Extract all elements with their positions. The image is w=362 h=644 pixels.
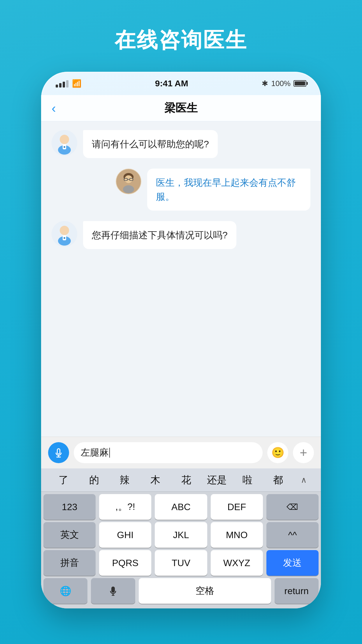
svg-point-11: [123, 185, 134, 193]
status-bar: 📶 9:41 AM ✱ 100%: [41, 72, 321, 95]
doctor-avatar: [52, 130, 77, 156]
message-bubble: 您再仔细描述下具体情况可以吗?: [83, 221, 236, 249]
voice-button[interactable]: [48, 442, 69, 463]
candidate-item[interactable]: 花: [171, 468, 201, 491]
key-def[interactable]: DEF: [211, 494, 263, 520]
candidate-expand[interactable]: ∧: [294, 475, 314, 485]
wifi-icon: 📶: [72, 79, 81, 88]
message-bubble: 医生，我现在早上起来会有点不舒服。: [147, 169, 310, 211]
emoji-button[interactable]: 🙂: [267, 442, 288, 463]
message-bubble: 请问有什么可以帮助您的呢?: [83, 130, 218, 158]
key-wxyz[interactable]: WXYZ: [211, 550, 263, 576]
svg-point-4: [64, 146, 65, 148]
key-pqrs[interactable]: PQRS: [99, 550, 151, 576]
svg-point-13: [60, 226, 69, 235]
message-row: 医生，我现在早上起来会有点不舒服。: [52, 169, 310, 211]
candidate-item[interactable]: 啦: [232, 468, 263, 491]
status-time: 9:41 AM: [155, 78, 188, 88]
battery-icon: [294, 80, 306, 87]
key-punctuation[interactable]: ,。?!: [99, 494, 151, 520]
svg-point-1: [60, 135, 69, 144]
battery-percent: 100%: [271, 79, 291, 88]
doctor-avatar: [52, 221, 77, 247]
keyboard-row-1: 123 ,。?! ABC DEF ⌫: [41, 492, 321, 520]
key-tuv[interactable]: TUV: [155, 550, 207, 576]
key-123[interactable]: 123: [43, 494, 96, 520]
key-ghi[interactable]: GHI: [99, 522, 151, 548]
keyboard-row-2: 英文 GHI JKL MNO ^^: [41, 520, 321, 548]
input-toolbar: 左腿麻 🙂 +: [41, 437, 321, 468]
candidate-bar: 了 的 辣 木 花 还是 啦 都 ∧: [41, 468, 321, 492]
key-english[interactable]: 英文: [43, 522, 96, 548]
status-left: 📶: [56, 79, 81, 88]
key-mno[interactable]: MNO: [211, 522, 263, 548]
nav-bar: ‹ 梁医生: [41, 95, 321, 121]
svg-point-16: [64, 237, 65, 239]
candidate-item[interactable]: 木: [140, 468, 171, 491]
key-space[interactable]: 空格: [139, 578, 271, 604]
back-button[interactable]: ‹: [52, 101, 56, 116]
key-pinyin[interactable]: 拼音: [43, 550, 96, 576]
key-delete[interactable]: ⌫: [266, 494, 319, 520]
phone-frame: 📶 9:41 AM ✱ 100% ‹ 梁医生: [41, 72, 321, 608]
candidate-item[interactable]: 了: [48, 468, 79, 491]
chat-area: 请问有什么可以帮助您的呢? 医生，我现在早上起来会有点不舒服。: [41, 121, 321, 437]
candidate-item[interactable]: 的: [79, 468, 109, 491]
message-row: 请问有什么可以帮助您的呢?: [52, 130, 310, 158]
key-jkl[interactable]: JKL: [155, 522, 207, 548]
text-cursor: [109, 448, 110, 458]
bluetooth-icon: ✱: [262, 79, 268, 88]
keyboard-bottom-row: 🌐 空格 return: [41, 576, 321, 608]
candidate-item[interactable]: 辣: [110, 468, 140, 491]
battery-fill: [295, 81, 305, 85]
keyboard: 了 的 辣 木 花 还是 啦 都 ∧ 123 ,。?! ABC DEF ⌫ 英文…: [41, 468, 321, 608]
status-right: ✱ 100%: [262, 79, 306, 88]
key-globe[interactable]: 🌐: [43, 578, 87, 604]
candidate-item[interactable]: 还是: [201, 468, 232, 491]
key-return[interactable]: return: [275, 578, 319, 604]
message-row: 您再仔细描述下具体情况可以吗?: [52, 221, 310, 249]
text-input[interactable]: 左腿麻: [74, 442, 263, 463]
key-send[interactable]: 发送: [266, 550, 319, 576]
key-mic-bottom[interactable]: [91, 578, 135, 604]
page-title: 在线咨询医生: [115, 26, 247, 54]
signal-icon: [56, 79, 68, 88]
nav-title: 梁医生: [164, 101, 198, 116]
user-avatar: [116, 169, 141, 194]
key-caps[interactable]: ^^: [266, 522, 319, 548]
input-text: 左腿麻: [81, 446, 109, 459]
keyboard-row-3: 拼音 PQRS TUV WXYZ 发送: [41, 548, 321, 576]
candidate-item[interactable]: 都: [263, 468, 294, 491]
add-button[interactable]: +: [293, 442, 314, 463]
key-abc[interactable]: ABC: [155, 494, 207, 520]
